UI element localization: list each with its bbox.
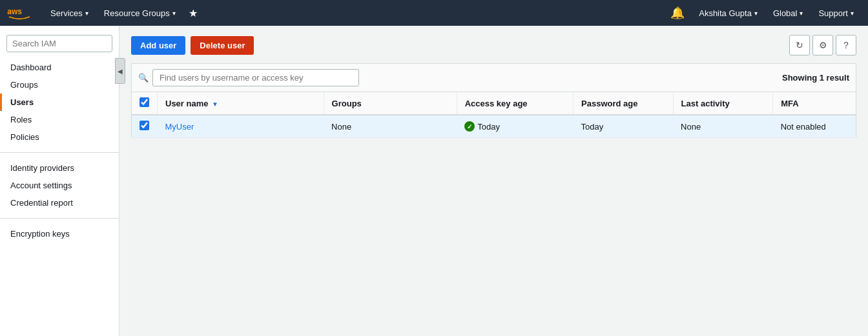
sidebar-item-users[interactable]: Users [0,94,119,111]
help-button[interactable]: ? [836,35,856,55]
select-all-header [132,92,158,115]
user-menu[interactable]: Akshita Gupta ▾ [691,0,765,26]
refresh-icon: ↻ [796,40,803,50]
support-menu[interactable]: Support ▾ [811,0,862,26]
sidebar-item-identity-providers[interactable]: Identity providers [0,159,119,177]
region-chevron-icon: ▾ [800,10,803,17]
col-header-last-activity[interactable]: Last activity [673,92,773,115]
help-icon: ? [843,40,849,50]
row-mfa-cell: Not enabled [773,115,856,138]
sidebar-item-groups[interactable]: Groups [0,76,119,94]
main-content: Add user Delete user ↻ ⚙ ? 🔍 Show [119,26,868,336]
sidebar-item-dashboard[interactable]: Dashboard [0,59,119,76]
sidebar-divider [0,152,119,153]
row-last-activity-cell: None [673,115,773,138]
sidebar-item-roles[interactable]: Roles [0,111,119,128]
access-key-status: ✓ Today [464,121,500,132]
sidebar-collapse-toggle[interactable]: ◀ [115,58,125,84]
row-groups-cell: None [324,115,457,138]
col-header-mfa[interactable]: MFA [773,92,856,115]
col-header-groups[interactable]: Groups [324,92,457,115]
support-chevron-icon: ▾ [851,10,854,17]
main-layout: Dashboard Groups Users Roles Policies Id… [0,26,868,336]
col-header-access-key-age[interactable]: Access key age [457,92,573,115]
notifications-bell-icon[interactable]: 🔔 [664,6,691,20]
search-iam-input[interactable] [6,35,112,52]
region-menu[interactable]: Global ▾ [765,0,811,26]
resource-groups-nav[interactable]: Resource Groups ▾ [96,0,183,26]
sidebar-item-credential-report[interactable]: Credential report [0,194,119,212]
delete-user-button[interactable]: Delete user [191,36,254,55]
action-bar-left: Add user Delete user [131,36,254,55]
action-bar: Add user Delete user ↻ ⚙ ? [131,35,856,55]
sidebar-divider-2 [0,218,119,219]
user-menu-chevron-icon: ▾ [754,10,758,17]
user-link[interactable]: MyUser [165,122,194,132]
resource-groups-chevron-icon: ▾ [172,10,176,17]
table-header: User name ▼ Groups Access key age Passwo… [132,92,856,115]
add-user-button[interactable]: Add user [131,36,185,55]
services-nav[interactable]: Services ▾ [43,0,96,26]
sort-username-icon: ▼ [212,101,218,108]
col-header-username[interactable]: User name ▼ [158,92,324,115]
search-bar-container: 🔍 Showing 1 result [131,63,856,92]
search-icon: 🔍 [138,73,149,83]
top-navigation: aws Services ▾ Resource Groups ▾ ★ 🔔 Aks… [0,0,868,26]
row-username-cell: MyUser [158,115,324,138]
sidebar-item-account-settings[interactable]: Account settings [0,177,119,194]
settings-button[interactable]: ⚙ [812,35,833,55]
action-bar-right: ↻ ⚙ ? [789,35,856,55]
users-table: User name ▼ Groups Access key age Passwo… [131,92,856,138]
row-checkbox[interactable] [140,121,149,130]
nav-right-section: 🔔 Akshita Gupta ▾ Global ▾ Support ▾ [664,0,862,26]
svg-text:aws: aws [7,7,22,16]
gear-icon: ⚙ [819,40,827,50]
green-check-icon: ✓ [464,121,475,132]
refresh-button[interactable]: ↻ [789,35,810,55]
showing-results-text: Showing 1 result [782,73,849,83]
favorites-icon[interactable]: ★ [183,0,203,26]
sidebar-item-policies[interactable]: Policies [0,128,119,146]
sidebar-nav: Dashboard Groups Users Roles Policies Id… [0,59,119,242]
row-checkbox-cell[interactable] [132,115,158,138]
aws-logo[interactable]: aws [6,3,39,24]
col-header-password-age[interactable]: Password age [574,92,674,115]
sidebar-item-encryption-keys[interactable]: Encryption keys [0,225,119,242]
row-password-age-cell: Today [574,115,674,138]
sidebar: Dashboard Groups Users Roles Policies Id… [0,26,119,336]
select-all-checkbox[interactable] [140,97,149,107]
users-search-input[interactable] [152,69,359,86]
table-row: MyUser None ✓ Today Today [132,115,856,138]
row-access-key-age-cell: ✓ Today [457,115,573,138]
table-body: MyUser None ✓ Today Today [132,115,856,138]
search-bar: 🔍 [138,69,782,86]
services-chevron-icon: ▾ [85,10,88,17]
